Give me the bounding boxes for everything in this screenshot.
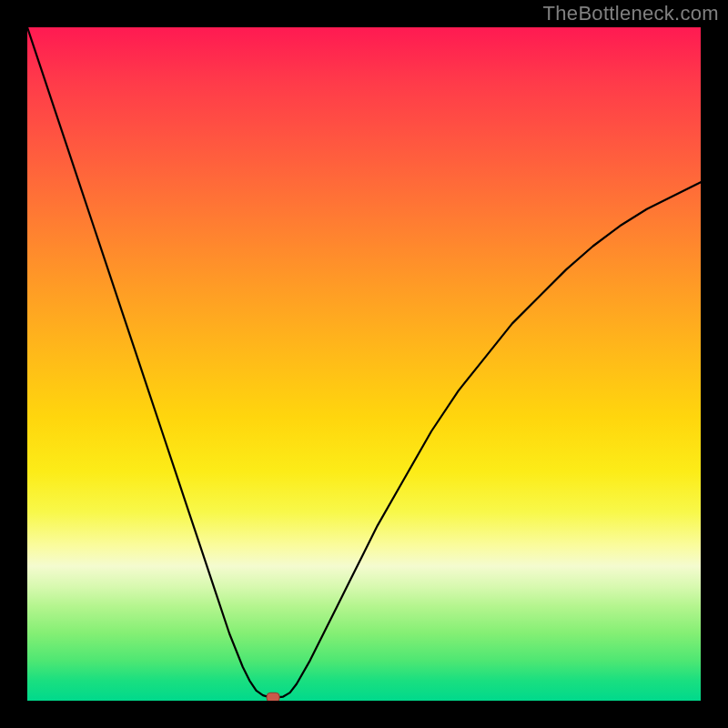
watermark-text: TheBottleneck.com [543, 2, 719, 25]
bottleneck-curve [27, 27, 701, 697]
plot-area [27, 27, 701, 701]
curve-layer [27, 27, 701, 701]
chart-frame: TheBottleneck.com [0, 0, 728, 728]
minimum-marker [267, 693, 279, 701]
